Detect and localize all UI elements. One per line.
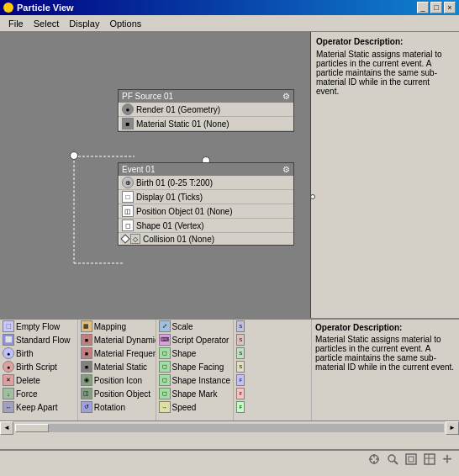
shape-instance-icon: ◻ <box>159 374 171 386</box>
canvas-area[interactable]: PF Source 01 ⚙ ● Render 01 (Geometry) ■ … <box>0 32 311 318</box>
col4-icon-6: F <box>236 401 245 413</box>
op-col4-3[interactable]: S <box>234 360 311 373</box>
scroll-track[interactable] <box>15 424 444 432</box>
material-static-icon: ■ <box>122 118 134 130</box>
op-col4-1[interactable]: S <box>234 333 311 346</box>
svg-rect-12 <box>409 457 414 462</box>
col4-icon-4: F <box>236 374 245 386</box>
description-title: Operator Description: <box>316 37 454 46</box>
shape-facing-icon: ◻ <box>159 361 171 373</box>
op-rotation[interactable]: ↺ Rotation <box>78 400 156 414</box>
op-shape[interactable]: ◻ Shape <box>156 346 234 360</box>
event-position-row: ◫ Position Object 01 (None) <box>119 204 293 219</box>
op-column-1: ⬚ Empty Flow ⬜ Standard Flow ● Birth ● B… <box>0 320 78 420</box>
op-mapping[interactable]: ▦ Mapping <box>78 320 156 333</box>
op-script-operator[interactable]: ⌨ Script Operator <box>156 333 234 346</box>
op-columns: ⬚ Empty Flow ⬜ Standard Flow ● Birth ● B… <box>0 320 311 420</box>
material-dynamic-icon: ■ <box>81 334 92 346</box>
svg-rect-13 <box>425 454 435 464</box>
svg-line-10 <box>394 461 398 464</box>
op-empty-flow[interactable]: ⬚ Empty Flow <box>0 320 77 333</box>
op-shape-instance[interactable]: ◻ Shape Instance <box>156 373 234 387</box>
op-col4-4[interactable]: F <box>234 373 311 387</box>
operator-rows: ⬚ Empty Flow ⬜ Standard Flow ● Birth ● B… <box>0 320 459 420</box>
op-speed[interactable]: → Speed <box>156 400 234 414</box>
scroll-left-button[interactable]: ◄ <box>0 421 13 435</box>
op-position-object[interactable]: ◫ Position Object <box>78 387 156 400</box>
op-shape-mark[interactable]: ◻ Shape Mark <box>156 387 234 400</box>
op-keep-apart[interactable]: ↔ Keep Apart <box>0 400 77 414</box>
standard-flow-icon: ⬜ <box>3 334 14 346</box>
op-material-dynamic[interactable]: ■ Material Dynamic <box>78 333 156 346</box>
maximize-button[interactable]: □ <box>430 2 442 13</box>
shape-icon: ◻ <box>122 219 134 231</box>
empty-flow-icon: ⬚ <box>3 320 14 332</box>
op-col4-0[interactable]: S <box>234 320 311 333</box>
birth-script-icon: ● <box>3 361 14 373</box>
material-frequency-icon: ■ <box>81 347 92 359</box>
menu-select[interactable]: Select <box>29 17 65 30</box>
pf-render-row: ● Render 01 (Geometry) <box>119 103 293 117</box>
pf-source-gear-icon[interactable]: ⚙ <box>282 92 290 101</box>
op-delete[interactable]: ✕ Delete <box>0 373 77 387</box>
op-standard-flow[interactable]: ⬜ Standard Flow <box>0 333 77 346</box>
op-col4-2[interactable]: S <box>234 346 311 360</box>
op-birth-script[interactable]: ● Birth Script <box>0 360 77 373</box>
title-bar: Particle View _ □ × <box>0 0 459 15</box>
menu-display[interactable]: Display <box>64 17 104 30</box>
crosshair-icon[interactable] <box>367 452 382 467</box>
svg-marker-16 <box>442 454 451 463</box>
frame-icon[interactable] <box>404 452 419 467</box>
grid-icon[interactable] <box>422 452 437 467</box>
op-scale[interactable]: ⤢ Scale <box>156 320 234 333</box>
display-icon: □ <box>122 191 134 203</box>
op-column-3: ⤢ Scale ⌨ Script Operator ◻ Shape ◻ Shap… <box>156 320 235 420</box>
op-material-frequency[interactable]: ■ Material Frequency <box>78 346 156 360</box>
event-node[interactable]: Event 01 ⚙ ⊕ Birth 01 (0-25 T:200) □ Dis… <box>118 162 294 246</box>
minimize-button[interactable]: _ <box>417 2 429 13</box>
scroll-right-button[interactable]: ► <box>446 421 459 435</box>
rotation-icon: ↺ <box>81 401 92 413</box>
delete-icon: ✕ <box>3 374 14 386</box>
menu-file[interactable]: File <box>3 17 29 30</box>
desc-bottom-panel: Operator Description: Material Static as… <box>311 320 459 420</box>
horizontal-scrollbar[interactable]: ◄ ► <box>0 420 459 434</box>
render-icon: ● <box>122 103 134 115</box>
description-panel: Operator Description: Material Static as… <box>311 32 459 318</box>
left-connector <box>70 151 78 160</box>
desc-bottom-title: Operator Description: <box>315 323 456 332</box>
event-gear-icon[interactable]: ⚙ <box>282 165 290 174</box>
svg-rect-11 <box>406 454 416 464</box>
zoom-icon[interactable] <box>385 452 400 467</box>
op-birth[interactable]: ● Birth <box>0 346 77 360</box>
op-position-icon[interactable]: ◉ Position Icon <box>78 373 156 387</box>
shape-op-icon: ◻ <box>159 347 171 359</box>
col4-icon-3: S <box>236 361 245 373</box>
force-icon: ↓ <box>3 388 14 399</box>
op-force[interactable]: ↓ Force <box>0 387 77 400</box>
position-object-icon: ◫ <box>81 388 92 399</box>
display-connector <box>310 194 315 199</box>
event-birth-row: ⊕ Birth 01 (0-25 T:200) <box>119 176 293 190</box>
scroll-thumb[interactable] <box>15 424 49 432</box>
move-icon[interactable] <box>441 452 456 467</box>
keep-apart-icon: ↔ <box>3 401 14 413</box>
close-button[interactable]: × <box>444 2 456 13</box>
event-collision-row: ◇ Collision 01 (None) <box>119 233 293 245</box>
material-static-op-icon: ■ <box>81 361 92 373</box>
menu-options[interactable]: Options <box>104 17 146 30</box>
position-icon-op: ◉ <box>81 374 92 386</box>
scale-icon: ⤢ <box>159 320 171 332</box>
op-col4-5[interactable]: F <box>234 387 311 400</box>
op-shape-facing[interactable]: ◻ Shape Facing <box>156 360 234 373</box>
op-material-static[interactable]: ■ Material Static <box>78 360 156 373</box>
mapping-icon: ▦ <box>81 320 92 332</box>
col4-icon-2: S <box>236 347 245 359</box>
op-col4-6[interactable]: F <box>234 400 311 414</box>
pf-source-node[interactable]: PF Source 01 ⚙ ● Render 01 (Geometry) ■ … <box>118 89 294 132</box>
collision-icon: ◇ <box>130 234 140 244</box>
svg-point-9 <box>388 455 395 462</box>
position-icon: ◫ <box>122 205 134 217</box>
pf-material-row: ■ Material Static 01 (None) <box>119 117 293 131</box>
window-title: Particle View <box>17 3 74 13</box>
